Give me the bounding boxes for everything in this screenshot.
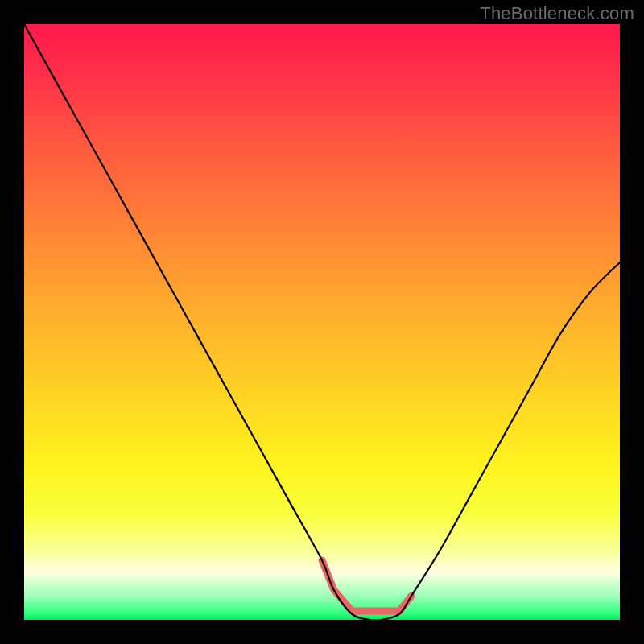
plot-area <box>24 24 620 620</box>
chart-frame: TheBottleneck.com <box>0 0 644 644</box>
curve-svg <box>24 24 620 620</box>
bottleneck-curve <box>24 24 620 620</box>
watermark-label: TheBottleneck.com <box>480 3 634 24</box>
min-highlight-band <box>322 560 411 611</box>
